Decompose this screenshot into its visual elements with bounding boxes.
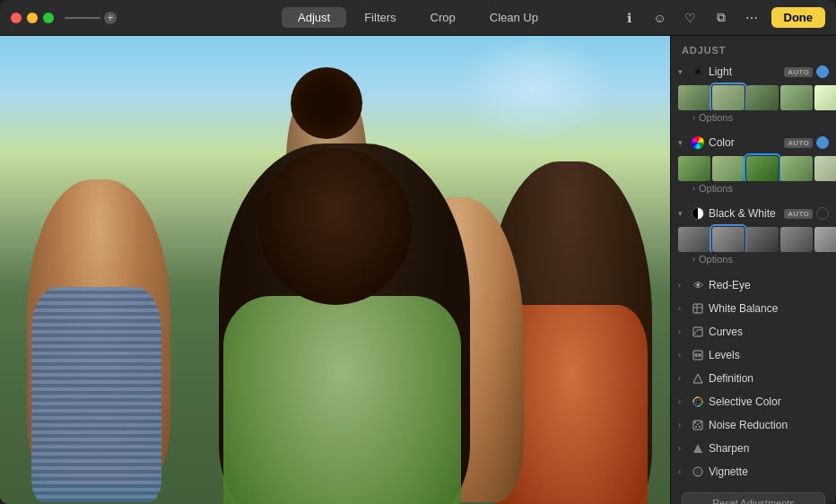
bw-thumb-1[interactable] bbox=[678, 227, 710, 252]
light-thumb-5[interactable] bbox=[814, 85, 836, 110]
tab-crop[interactable]: Crop bbox=[414, 7, 472, 28]
tool-noise-reduction[interactable]: › Noise Reduction bbox=[671, 413, 836, 437]
section-bw-header[interactable]: ▾ Black & White AUTO bbox=[671, 203, 836, 224]
done-button[interactable]: Done bbox=[771, 7, 826, 28]
section-light-header[interactable]: ▾ ☀ Light AUTO bbox=[671, 61, 836, 83]
titlebar: + Adjust Filters Crop Clean Up ℹ ☺ ♡ ⧉ ⋯… bbox=[0, 0, 836, 36]
svg-marker-17 bbox=[693, 444, 702, 453]
svg-rect-0 bbox=[693, 304, 702, 313]
tool-sharpen[interactable]: › Sharpen bbox=[671, 437, 836, 460]
bw-options[interactable]: › Options bbox=[671, 252, 836, 268]
section-color: ▾ Color AUTO › Options bbox=[671, 132, 836, 197]
chevron-bw-icon: ▾ bbox=[678, 209, 687, 218]
sharpen-label: Sharpen bbox=[709, 442, 829, 455]
section-light: ▾ ☀ Light AUTO › Options bbox=[671, 61, 836, 126]
svg-rect-5 bbox=[694, 353, 701, 357]
toolbar-right: ℹ ☺ ♡ ⧉ ⋯ Done bbox=[619, 7, 826, 29]
color-thumb-5[interactable] bbox=[814, 156, 836, 181]
light-thumb-1[interactable] bbox=[678, 85, 710, 110]
fullscreen-button[interactable] bbox=[43, 13, 54, 23]
color-options-label: Options bbox=[699, 183, 733, 194]
share-button[interactable]: ⧉ bbox=[710, 7, 732, 29]
chevron-light-icon: ▾ bbox=[678, 67, 687, 76]
svg-point-16 bbox=[699, 426, 701, 428]
bw-auto-badge: AUTO bbox=[784, 209, 813, 219]
traffic-lights bbox=[11, 13, 54, 23]
light-options[interactable]: › Options bbox=[671, 110, 836, 126]
color-thumb-1[interactable] bbox=[678, 156, 710, 181]
close-button[interactable] bbox=[11, 13, 22, 23]
light-icon: ☀ bbox=[691, 65, 705, 79]
tool-vignette[interactable]: › Vignette bbox=[671, 460, 836, 483]
right-panel: ADJUST ▾ ☀ Light AUTO › Options bbox=[670, 36, 836, 504]
chevron-wb-icon: › bbox=[678, 304, 687, 313]
color-circle-icon bbox=[692, 136, 704, 149]
noise-reduction-icon bbox=[691, 418, 705, 432]
color-thumb-4[interactable] bbox=[780, 156, 813, 181]
svg-point-19 bbox=[696, 470, 700, 474]
chevron-def-icon: › bbox=[678, 374, 687, 383]
redeye-icon: 👁 bbox=[691, 278, 705, 292]
bw-icon bbox=[691, 206, 705, 221]
tab-adjust[interactable]: Adjust bbox=[282, 7, 346, 28]
tool-definition[interactable]: › Definition bbox=[671, 367, 836, 390]
tool-levels[interactable]: › Levels bbox=[671, 343, 836, 367]
color-options-chevron-icon: › bbox=[692, 184, 695, 193]
curves-label: Curves bbox=[709, 326, 829, 338]
color-auto-badge: AUTO bbox=[784, 138, 813, 148]
light-thumb-3[interactable] bbox=[746, 85, 779, 110]
color-toggle[interactable] bbox=[816, 136, 829, 149]
emoji-button[interactable]: ☺ bbox=[649, 7, 671, 29]
svg-point-12 bbox=[694, 421, 696, 423]
sc-label: Selective Color bbox=[709, 395, 829, 408]
definition-label: Definition bbox=[709, 372, 829, 385]
light-thumb-2[interactable] bbox=[712, 85, 745, 110]
tool-red-eye[interactable]: › 👁 Red-Eye bbox=[671, 274, 836, 297]
redeye-label: Red-Eye bbox=[709, 279, 829, 291]
reset-adjustments-button[interactable]: Reset Adjustments bbox=[682, 492, 825, 504]
bw-thumb-2[interactable] bbox=[712, 227, 745, 252]
chevron-sc-icon: › bbox=[678, 397, 687, 406]
info-button[interactable]: ℹ bbox=[619, 7, 640, 29]
svg-rect-3 bbox=[693, 327, 702, 336]
toolbar-tabs: Adjust Filters Crop Clean Up bbox=[282, 7, 554, 28]
vignette-icon bbox=[691, 465, 705, 479]
light-thumb-4[interactable] bbox=[780, 85, 813, 110]
bw-thumb-5[interactable] bbox=[814, 227, 836, 252]
color-thumb-2[interactable] bbox=[712, 156, 745, 181]
photo-area bbox=[0, 36, 670, 504]
more-button[interactable]: ⋯ bbox=[741, 7, 762, 29]
bw-circle-icon bbox=[692, 207, 704, 220]
svg-point-15 bbox=[695, 426, 697, 428]
bw-options-label: Options bbox=[699, 254, 733, 265]
color-icon bbox=[691, 135, 705, 150]
color-thumb-3[interactable] bbox=[746, 156, 779, 181]
bw-thumb-3[interactable] bbox=[746, 227, 779, 252]
light-toggle[interactable] bbox=[816, 65, 829, 78]
color-label: Color bbox=[709, 136, 780, 149]
bw-options-chevron-icon: › bbox=[692, 255, 695, 264]
zoom-in-button[interactable]: + bbox=[104, 12, 117, 24]
tab-cleanup[interactable]: Clean Up bbox=[474, 7, 554, 28]
curves-icon bbox=[691, 325, 705, 339]
bw-toggle[interactable] bbox=[816, 207, 829, 220]
light-label: Light bbox=[709, 65, 780, 78]
tool-white-balance[interactable]: › White Balance bbox=[671, 297, 836, 320]
options-chevron-icon: › bbox=[692, 113, 695, 122]
bw-label: Black & White bbox=[709, 207, 780, 220]
svg-point-18 bbox=[693, 467, 702, 476]
color-thumbnails bbox=[671, 153, 836, 181]
color-options[interactable]: › Options bbox=[671, 181, 836, 197]
heart-button[interactable]: ♡ bbox=[680, 7, 701, 29]
vignette-label: Vignette bbox=[709, 465, 829, 478]
tool-selective-color[interactable]: › Selective Color bbox=[671, 390, 836, 413]
chevron-sharpen-icon: › bbox=[678, 444, 687, 453]
definition-icon bbox=[691, 371, 705, 386]
bw-thumb-4[interactable] bbox=[780, 227, 813, 252]
chevron-curves-icon: › bbox=[678, 327, 687, 336]
minimize-button[interactable] bbox=[27, 13, 38, 23]
tool-curves[interactable]: › Curves bbox=[671, 320, 836, 343]
section-color-header[interactable]: ▾ Color AUTO bbox=[671, 132, 836, 153]
tab-filters[interactable]: Filters bbox=[348, 7, 412, 28]
zoom-slider-track bbox=[65, 17, 100, 19]
